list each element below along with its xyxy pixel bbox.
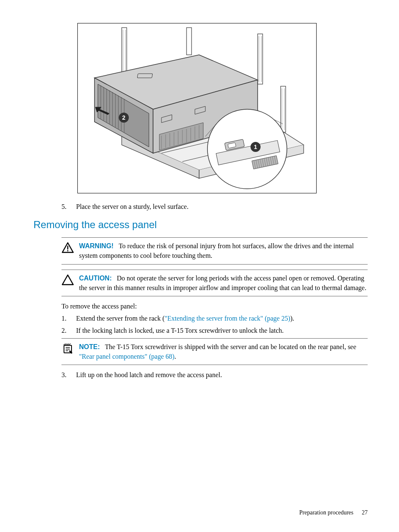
svg-rect-7 [281, 86, 286, 132]
svg-text:2: 2 [122, 114, 125, 121]
step-5: 5. Place the server on a sturdy, level s… [61, 202, 368, 211]
step-number: 2. [61, 326, 76, 335]
step-number: 5. [61, 202, 76, 211]
step-2: 2. If the locking latch is locked, use a… [61, 326, 368, 335]
section-heading: Removing the access panel [33, 219, 368, 231]
warning-icon [61, 241, 79, 260]
caution-icon [61, 273, 79, 293]
caution-admonition: CAUTION:Do not operate the server for lo… [61, 270, 368, 296]
step-1: 1. Extend the server from the rack ("Ext… [61, 314, 368, 323]
note-text-before: The T-15 Torx screwdriver is shipped wit… [105, 343, 356, 350]
note-admonition: NOTE:The T-15 Torx screwdriver is shippe… [61, 338, 368, 365]
warning-text: To reduce the risk of personal injury fr… [79, 242, 354, 259]
warning-label: WARNING! [79, 242, 114, 249]
caution-label: CAUTION: [79, 275, 112, 282]
footer-page-number: 27 [362, 509, 368, 516]
svg-rect-3 [187, 28, 192, 55]
note-content: NOTE:The T-15 Torx screwdriver is shippe… [79, 342, 368, 361]
step-number: 1. [61, 314, 76, 323]
step-3: 3. Lift up on the hood latch and remove … [61, 370, 368, 380]
note-text-after: . [174, 353, 176, 360]
server-illustration: 2 1 [78, 23, 316, 193]
svg-rect-0 [122, 28, 127, 78]
warning-content: WARNING!To reduce the risk of personal i… [79, 241, 368, 260]
svg-text:1: 1 [254, 144, 257, 150]
step-text: Lift up on the hood latch and remove the… [76, 370, 368, 380]
warning-admonition: WARNING!To reduce the risk of personal i… [61, 237, 368, 264]
step-number: 3. [61, 370, 76, 380]
note-icon [61, 342, 79, 361]
caution-content: CAUTION:Do not operate the server for lo… [79, 273, 368, 293]
step-text: Extend the server from the rack ("Extend… [76, 314, 368, 323]
caution-text: Do not operate the server for long perio… [79, 275, 366, 291]
page-footer: Preparation procedures27 [299, 509, 368, 516]
svg-rect-4 [258, 34, 263, 84]
step-text: Place the server on a sturdy, level surf… [76, 202, 368, 211]
server-rack-figure: 2 1 [77, 23, 317, 193]
note-label: NOTE: [79, 343, 100, 350]
cross-reference-link[interactable]: "Extending the server from the rack" (pa… [164, 315, 290, 322]
step-text: If the locking latch is locked, use a T-… [76, 326, 368, 335]
procedure-intro: To remove the access panel: [61, 301, 368, 311]
svg-point-56 [67, 250, 69, 252]
cross-reference-link[interactable]: "Rear panel components" (page 68) [79, 353, 174, 360]
footer-section-name: Preparation procedures [299, 509, 353, 516]
